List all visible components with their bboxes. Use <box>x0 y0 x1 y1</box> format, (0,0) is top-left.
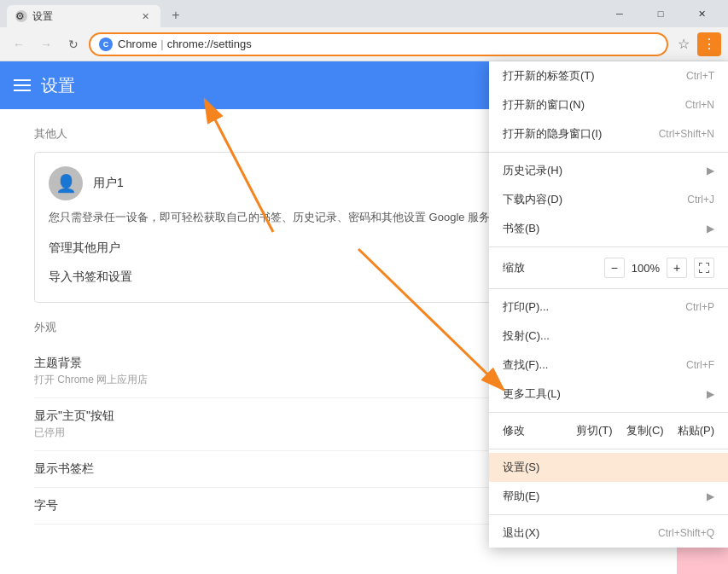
menu-divider-6 <box>489 514 728 515</box>
show-home-sub: 已停用 <box>34 426 114 440</box>
settings-tab[interactable]: ⚙ 设置 ✕ <box>7 5 160 27</box>
address-text: Chrome | chrome://settings <box>118 38 252 50</box>
zoom-value: 100% <box>632 262 660 275</box>
menu-item-find-shortcut: Ctrl+F <box>686 359 714 371</box>
bookmark-button[interactable]: ☆ <box>672 32 696 56</box>
edit-row: 修改 剪切(T) 复制(C) 粘贴(P) <box>489 416 728 445</box>
menu-item-settings[interactable]: 设置(S) <box>489 453 728 482</box>
menu-divider-2 <box>489 246 728 247</box>
zoom-plus-button[interactable]: + <box>667 258 687 278</box>
back-button[interactable]: ← <box>7 32 31 56</box>
menu-item-more-tools[interactable]: 更多工具(L) ▶ <box>489 380 728 409</box>
address-favicon: C <box>99 38 113 51</box>
menu-divider-3 <box>489 288 728 289</box>
menu-item-more-tools-arrow: ▶ <box>707 388 714 400</box>
menu-item-downloads-label: 下载内容(D) <box>503 192 562 207</box>
tab-favicon: ⚙ <box>15 10 27 22</box>
copy-button[interactable]: 复制(C) <box>626 423 664 438</box>
dropdown-menu: 打开新的标签页(T) Ctrl+T 打开新的窗口(N) Ctrl+N 打开新的隐… <box>489 61 728 548</box>
zoom-minus-button[interactable]: − <box>604 258 625 278</box>
forward-button[interactable]: → <box>34 32 58 56</box>
tab-label: 设置 <box>32 9 53 24</box>
zoom-label: 缩放 <box>503 260 525 275</box>
menu-item-new-window-label: 打开新的窗口(N) <box>503 97 585 113</box>
font-label: 字号 <box>34 498 58 513</box>
menu-divider-5 <box>489 449 728 449</box>
menu-item-history-label: 历史记录(H) <box>503 163 562 178</box>
menu-divider-1 <box>489 152 728 153</box>
maximize-button[interactable]: □ <box>641 0 680 27</box>
menu-item-exit-shortcut: Ctrl+Shift+Q <box>658 527 714 539</box>
menu-item-history-arrow: ▶ <box>707 165 714 177</box>
new-tab-button[interactable]: + <box>164 3 188 27</box>
menu-item-downloads-shortcut: Ctrl+J <box>687 194 714 206</box>
menu-item-find[interactable]: 查找(F)... Ctrl+F <box>489 351 728 380</box>
zoom-controls: − 100% + <box>604 258 714 278</box>
fullscreen-button[interactable] <box>694 258 714 278</box>
address-bar[interactable]: C Chrome | chrome://settings <box>89 32 668 56</box>
menu-item-cast-label: 投射(C)... <box>503 328 550 344</box>
address-url: chrome://settings <box>167 38 252 50</box>
menu-item-print-shortcut: Ctrl+P <box>685 301 714 313</box>
window-controls: ─ □ ✕ <box>600 0 721 27</box>
cut-button[interactable]: 剪切(T) <box>576 423 613 438</box>
menu-item-bookmarks-arrow: ▶ <box>707 223 714 235</box>
menu-item-downloads[interactable]: 下载内容(D) Ctrl+J <box>489 185 728 214</box>
menu-item-new-tab[interactable]: 打开新的标签页(T) Ctrl+T <box>489 61 728 90</box>
minimize-button[interactable]: ─ <box>600 0 639 27</box>
browser-body: 设置 其他人 👤 用户1 二选一 您只需登录任一设备，即可轻松获取自己的书签、历… <box>0 61 728 574</box>
user-avatar: 👤 <box>49 166 83 200</box>
menu-item-more-tools-label: 更多工具(L) <box>503 386 561 402</box>
menu-item-new-window[interactable]: 打开新的窗口(N) Ctrl+N <box>489 90 728 119</box>
tab-area: ⚙ 设置 ✕ + <box>7 0 188 27</box>
menu-item-new-tab-shortcut: Ctrl+T <box>686 70 714 82</box>
close-button[interactable]: ✕ <box>682 0 721 27</box>
menu-item-help[interactable]: 帮助(E) ▶ <box>489 482 728 511</box>
menu-item-help-label: 帮助(E) <box>503 489 539 504</box>
refresh-button[interactable]: ↻ <box>61 32 85 56</box>
address-chrome: Chrome <box>118 38 157 50</box>
hamburger-menu[interactable] <box>14 79 31 91</box>
zoom-row: 缩放 − 100% + <box>489 251 728 285</box>
menu-divider-4 <box>489 412 728 413</box>
toolbar-right: ☆ ⋮ <box>672 32 721 56</box>
menu-item-find-label: 查找(F)... <box>503 357 548 373</box>
menu-item-print-label: 打印(P)... <box>503 299 549 315</box>
menu-item-bookmarks-label: 书签(B) <box>503 221 539 236</box>
tab-close-button[interactable]: ✕ <box>138 9 152 23</box>
menu-item-incognito-shortcut: Ctrl+Shift+N <box>659 128 714 140</box>
address-separator: | <box>160 38 163 50</box>
settings-title: 设置 <box>41 74 75 97</box>
menu-item-incognito-label: 打开新的隐身窗口(I) <box>503 126 602 142</box>
menu-item-bookmarks[interactable]: 书签(B) ▶ <box>489 214 728 243</box>
titlebar: ⚙ 设置 ✕ + ─ □ ✕ <box>0 0 728 27</box>
menu-item-incognito[interactable]: 打开新的隐身窗口(I) Ctrl+Shift+N <box>489 119 728 148</box>
theme-sub: 打开 Chrome 网上应用店 <box>34 373 148 387</box>
edit-buttons: 剪切(T) 复制(C) 粘贴(P) <box>576 423 714 438</box>
theme-title: 主题背景 <box>34 356 148 371</box>
menu-item-exit[interactable]: 退出(X) Ctrl+Shift+Q <box>489 519 728 548</box>
user-name: 用户1 <box>93 176 124 191</box>
paste-button[interactable]: 粘贴(P) <box>678 423 714 438</box>
edit-label: 修改 <box>503 423 576 438</box>
toolbar: ← → ↻ C Chrome | chrome://settings ☆ ⋮ <box>0 27 728 61</box>
menu-item-new-tab-label: 打开新的标签页(T) <box>503 68 595 84</box>
menu-item-exit-label: 退出(X) <box>503 525 539 541</box>
show-home-title: 显示"主页"按钮 <box>34 409 114 424</box>
menu-item-help-arrow: ▶ <box>707 490 714 502</box>
menu-item-print[interactable]: 打印(P)... Ctrl+P <box>489 293 728 322</box>
menu-item-new-window-shortcut: Ctrl+N <box>685 99 714 111</box>
menu-item-cast[interactable]: 投射(C)... <box>489 322 728 351</box>
menu-item-settings-label: 设置(S) <box>503 460 539 475</box>
menu-item-history[interactable]: 历史记录(H) ▶ <box>489 156 728 185</box>
menu-button[interactable]: ⋮ <box>697 32 721 56</box>
